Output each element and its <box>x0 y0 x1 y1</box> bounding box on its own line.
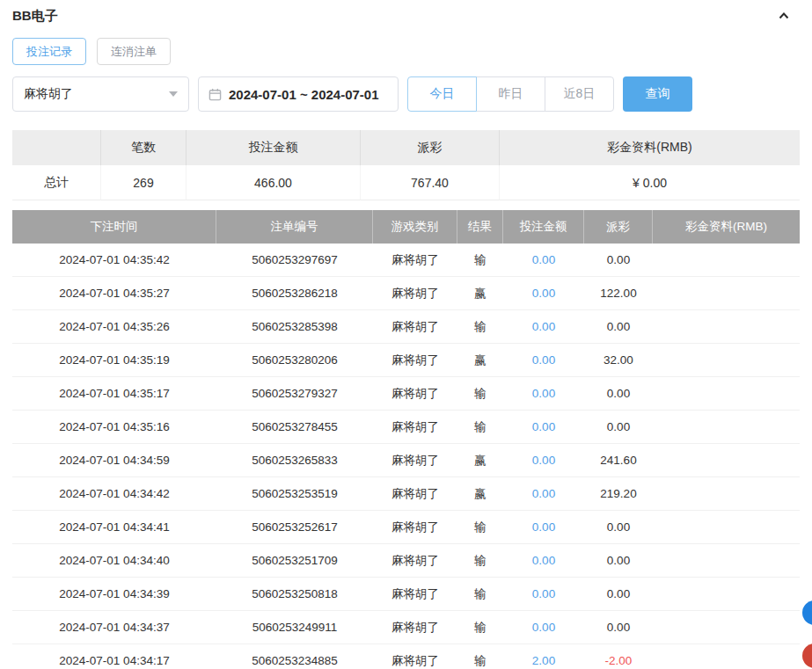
cell-order-id: 5060253251709 <box>216 544 373 578</box>
table-row: 2024-07-01 04:34:59 5060253265833 麻将胡了 赢… <box>12 444 800 477</box>
cell-bonus <box>653 578 800 611</box>
chevron-down-icon <box>169 91 178 97</box>
cell-result: 赢 <box>457 477 503 511</box>
col-header-game-type: 游戏类别 <box>373 210 457 244</box>
collapse-panel-button[interactable] <box>775 7 793 25</box>
cell-bet-amount-link[interactable]: 0.00 <box>503 310 584 344</box>
cell-bet-time: 2024-07-01 04:34:40 <box>12 544 216 578</box>
cell-bet-amount-link[interactable]: 0.00 <box>503 344 584 377</box>
cell-payout: 0.00 <box>584 310 653 344</box>
cell-bet-amount-link[interactable]: 0.00 <box>503 511 584 544</box>
quick-filter-last-8-days[interactable]: 近8日 <box>545 76 614 112</box>
cell-order-id: 5060253250818 <box>216 578 373 611</box>
game-select[interactable]: 麻将胡了 <box>12 76 189 112</box>
col-header-payout: 派彩 <box>584 210 653 244</box>
cell-bet-time: 2024-07-01 04:34:41 <box>12 511 216 544</box>
cell-game-type: 麻将胡了 <box>373 310 457 344</box>
tab-cascade-orders[interactable]: 连消注单 <box>97 38 171 65</box>
cell-bet-amount-link[interactable]: 0.00 <box>503 578 584 611</box>
quick-filter-yesterday[interactable]: 昨日 <box>476 76 545 112</box>
cell-order-id: 5060253234885 <box>216 644 373 669</box>
summary-col-bonus: 彩金资料(RMB) <box>500 130 800 165</box>
page-title: BB电子 <box>12 8 58 25</box>
cell-payout: -2.00 <box>584 644 653 669</box>
cell-bonus <box>653 411 800 444</box>
cell-game-type: 麻将胡了 <box>373 544 457 578</box>
date-range-picker[interactable]: 2024-07-01 ~ 2024-07-01 <box>198 76 399 112</box>
cell-result: 输 <box>457 611 503 644</box>
cell-bonus <box>653 377 800 411</box>
cell-bet-amount-link[interactable]: 0.00 <box>503 477 584 511</box>
cell-game-type: 麻将胡了 <box>373 444 457 477</box>
cell-result: 赢 <box>457 277 503 310</box>
cell-game-type: 麻将胡了 <box>373 644 457 669</box>
table-row: 2024-07-01 04:34:41 5060253252617 麻将胡了 输… <box>12 511 800 544</box>
cell-payout: 0.00 <box>584 611 653 644</box>
cell-result: 输 <box>457 377 503 411</box>
floating-action-button[interactable] <box>802 644 812 668</box>
cell-bet-time: 2024-07-01 04:35:16 <box>12 411 216 444</box>
cell-order-id: 5060253252617 <box>216 511 373 544</box>
calendar-icon <box>208 88 222 101</box>
cell-result: 输 <box>457 244 503 277</box>
table-body: 2024-07-01 04:35:42 5060253297697 麻将胡了 输… <box>12 244 800 669</box>
cell-bet-amount-link[interactable]: 0.00 <box>503 244 584 277</box>
cell-payout: 32.00 <box>584 344 653 377</box>
cell-order-id: 5060253253519 <box>216 477 373 511</box>
cell-order-id: 5060253280206 <box>216 344 373 377</box>
cell-bet-amount-link[interactable]: 0.00 <box>503 611 584 644</box>
cell-bet-amount-link[interactable]: 2.00 <box>503 644 584 669</box>
col-header-bet-amount: 投注金额 <box>503 210 584 244</box>
cell-bonus <box>653 511 800 544</box>
cell-order-id: 5060253285398 <box>216 310 373 344</box>
quick-filter-today[interactable]: 今日 <box>407 76 477 112</box>
cell-order-id: 5060253279327 <box>216 377 373 411</box>
cell-payout: 241.60 <box>584 444 653 477</box>
floating-service-button[interactable] <box>802 600 812 625</box>
summary-total-count: 269 <box>101 165 187 200</box>
cell-bet-time: 2024-07-01 04:34:59 <box>12 444 216 477</box>
cell-bonus <box>653 444 800 477</box>
game-select-value: 麻将胡了 <box>24 86 73 102</box>
cell-result: 赢 <box>457 344 503 377</box>
cell-bonus <box>653 644 800 669</box>
table-row: 2024-07-01 04:35:26 5060253285398 麻将胡了 输… <box>12 310 800 344</box>
cell-bet-amount-link[interactable]: 0.00 <box>503 444 584 477</box>
panel-header: BB电子 <box>0 0 812 25</box>
table-row: 2024-07-01 04:35:16 5060253278455 麻将胡了 输… <box>12 411 800 444</box>
cell-bonus <box>653 544 800 578</box>
cell-bonus <box>653 344 800 377</box>
cell-game-type: 麻将胡了 <box>373 511 457 544</box>
cell-game-type: 麻将胡了 <box>373 377 457 411</box>
cell-order-id: 5060253286218 <box>216 277 373 310</box>
cell-bet-time: 2024-07-01 04:35:17 <box>12 377 216 411</box>
cell-order-id: 5060253297697 <box>216 244 373 277</box>
cell-bet-amount-link[interactable]: 0.00 <box>503 544 584 578</box>
records-table: 下注时间 注单编号 游戏类别 结果 投注金额 派彩 彩金资料(RMB) 2024… <box>12 210 800 669</box>
cell-payout: 0.00 <box>584 511 653 544</box>
summary-col-blank <box>12 130 101 165</box>
records-header-row: 下注时间 注单编号 游戏类别 结果 投注金额 派彩 彩金资料(RMB) <box>12 210 800 244</box>
cell-bet-time: 2024-07-01 04:34:42 <box>12 477 216 511</box>
cell-result: 输 <box>457 310 503 344</box>
cell-result: 输 <box>457 578 503 611</box>
cell-game-type: 麻将胡了 <box>373 578 457 611</box>
col-header-bet-time: 下注时间 <box>12 210 216 244</box>
cell-payout: 0.00 <box>584 244 653 277</box>
cell-bet-amount-link[interactable]: 0.00 <box>503 377 584 411</box>
cell-bet-amount-link[interactable]: 0.00 <box>503 277 584 310</box>
cell-bet-amount-link[interactable]: 0.00 <box>503 411 584 444</box>
table-row: 2024-07-01 04:35:27 5060253286218 麻将胡了 赢… <box>12 277 800 310</box>
cell-game-type: 麻将胡了 <box>373 411 457 444</box>
cell-order-id: 5060253249911 <box>216 611 373 644</box>
summary-col-count: 笔数 <box>101 130 187 165</box>
chevron-up-icon <box>777 12 791 25</box>
cell-payout: 0.00 <box>584 411 653 444</box>
cell-bonus <box>653 611 800 644</box>
summary-table: 笔数 投注金额 派彩 彩金资料(RMB) 总计 269 466.00 767.4… <box>12 130 800 200</box>
cell-game-type: 麻将胡了 <box>373 344 457 377</box>
search-button[interactable]: 查询 <box>623 76 692 112</box>
col-header-result: 结果 <box>457 210 503 244</box>
tab-bet-records[interactable]: 投注记录 <box>12 38 86 65</box>
cell-game-type: 麻将胡了 <box>373 244 457 277</box>
